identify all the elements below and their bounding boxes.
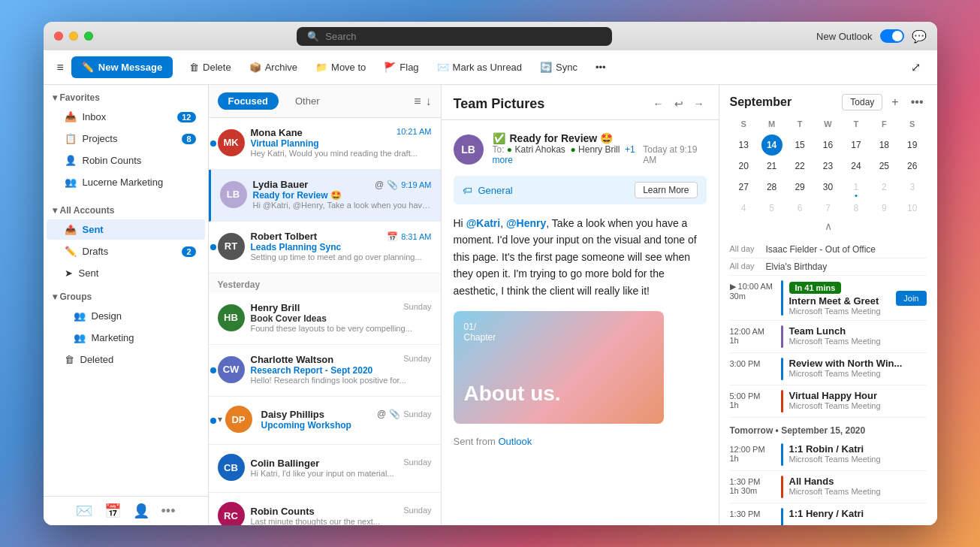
cal-day-5[interactable]: 5 [761,198,782,219]
sidebar-item-inbox[interactable]: 📥 Inbox 12 [47,107,205,127]
mail-tab-button[interactable]: ✉️ [76,503,92,519]
sync-button[interactable]: 🔄 Sync [532,57,585,77]
mark-unread-button[interactable]: ✉️ Mark as Unread [430,57,529,77]
avatar-robert: RT [218,233,245,260]
avatar-mona: MK [218,129,245,156]
cal-day-16[interactable]: 16 [817,134,838,156]
email-item-robert[interactable]: RT Robert Tolbert 📅 8:31 AM Leads Planni… [209,222,441,274]
search-input[interactable]: Search [325,31,356,42]
sidebar-item-sent[interactable]: 📤 Sent [47,219,205,240]
nav-reply-button[interactable]: ↩ [672,95,686,112]
minimize-button[interactable] [69,32,78,41]
cal-day-24[interactable]: 24 [846,156,867,177]
email-item-robin[interactable]: RC Robin Counts Sunday Last minute thoug… [209,493,441,525]
today-button[interactable]: Today [842,94,882,110]
sender-avatar: LB [454,134,484,165]
cal-day-25[interactable]: 25 [873,156,894,177]
yesterday-separator: Yesterday [209,274,441,293]
email-from-detail: ✅ Ready for Review 🤩 To: ● Katri Ahokas … [493,132,707,167]
cal-day-7[interactable]: 7 [817,198,838,219]
calendar-more-button[interactable]: ••• [908,94,927,110]
cal-day-26[interactable]: 26 [902,156,923,177]
favorites-header[interactable]: ▾ Favorites [44,85,208,106]
event-henry-katri[interactable]: 1:30 PM 1:1 Henry / Katri [730,503,927,525]
new-message-button[interactable]: ✏️ New Message [71,56,173,78]
cal-day-17[interactable]: 17 [846,134,867,156]
cal-expand[interactable]: ∧ [730,219,927,235]
sidebar-item-robin[interactable]: 👤 Robin Counts [47,150,205,171]
email-item-colin[interactable]: CB Colin Ballinger Sunday Hi Katri, I'd … [209,445,441,493]
calendar-tab-button[interactable]: 📅 [104,503,121,519]
event-happy-hour[interactable]: 5:00 PM 1h Virtual Happy Hour Microsoft … [730,385,927,418]
event-time-lunch: 12:00 AM 1h [730,325,775,345]
cal-day-19[interactable]: 19 [902,134,923,156]
hamburger-button[interactable]: ≡ [53,56,68,79]
event-all-hands[interactable]: 1:30 PM 1h 30m All Hands Microsoft Teams… [730,471,927,503]
reading-nav: ← ↩ → [651,95,707,112]
add-event-button[interactable]: + [888,94,901,110]
cal-day-13[interactable]: 13 [733,134,754,156]
cal-day-2-oct[interactable]: 2 [873,177,894,198]
email-item-charlotte[interactable]: CW Charlotte Waltson Sunday Research Rep… [209,345,441,397]
sync-icon: 🔄 [540,62,552,73]
sidebar-item-marketing[interactable]: 👥 Marketing [47,328,205,348]
sidebar-item-deleted[interactable]: 🗑 Deleted [47,349,205,370]
cal-day-29[interactable]: 29 [789,177,810,198]
email-item-lydia[interactable]: LB Lydia Bauer @ 📎 9:19 AM Ready for R [209,170,441,222]
archive-button[interactable]: 📦 Archive [242,57,305,77]
sidebar-item-lucerne[interactable]: 👥 Lucerne Marketing [47,172,205,192]
flag-button[interactable]: 🚩 Flag [376,57,426,77]
other-tab[interactable]: Other [285,92,330,110]
move-to-button[interactable]: 📁 Move to [308,57,373,77]
delete-button[interactable]: 🗑 Delete [182,57,239,77]
people-tab-button[interactable]: 👤 [133,503,149,519]
cal-day-4[interactable]: 4 [733,198,754,219]
groups-header[interactable]: ▾ Groups [44,284,208,305]
sidebar-item-design[interactable]: 👥 Design [47,306,205,326]
cal-day-30[interactable]: 30 [817,177,838,198]
cal-day-27[interactable]: 27 [733,177,754,198]
new-outlook-toggle[interactable] [880,29,904,43]
filter-icon[interactable]: ≡ [414,95,421,108]
event-robin-katri[interactable]: 12:00 PM 1h 1:1 Robin / Katri Microsoft … [730,439,927,471]
sidebar-item-drafts[interactable]: ✏️ Drafts 2 [47,241,205,261]
cal-day-10[interactable]: 10 [902,198,923,219]
cal-day-21[interactable]: 21 [761,156,782,177]
cal-day-28[interactable]: 28 [761,177,782,198]
join-button[interactable]: Join [896,291,926,306]
cal-day-8[interactable]: 8 [846,198,867,219]
event-intern[interactable]: ▶ 10:00 AM 30m In 41 mins Intern Meet & … [730,276,927,321]
more-tab-button[interactable]: ••• [161,503,176,519]
all-accounts-header[interactable]: ▾ All Accounts [44,198,208,219]
cal-day-3-oct[interactable]: 3 [902,177,923,198]
email-item-henry[interactable]: HB Henry Brill Sunday Book Cover Ideas F… [209,293,441,345]
cal-day-15[interactable]: 15 [789,134,810,156]
nav-forward-button[interactable]: → [692,95,707,112]
cal-day-14[interactable]: 14 [761,134,782,156]
nav-back-button[interactable]: ← [651,95,666,112]
email-item-mona[interactable]: MK Mona Kane 10:21 AM Virtual Planning H… [209,118,441,170]
outlook-link[interactable]: Outlook [498,436,532,447]
cal-day-18[interactable]: 18 [873,134,894,156]
maximize-button[interactable] [84,32,93,41]
cal-day-6[interactable]: 6 [789,198,810,219]
cal-day-20[interactable]: 20 [733,156,754,177]
all-day-event-elvia: All day Elvia's Birthday [730,258,927,276]
notification-icon[interactable]: 💬 [912,29,927,44]
sort-icon[interactable]: ↓ [426,95,432,108]
event-lunch[interactable]: 12:00 AM 1h Team Lunch Microsoft Teams M… [730,321,927,353]
cal-day-23[interactable]: 23 [817,156,838,177]
learn-more-button[interactable]: Learn More [635,182,697,198]
cal-day-9[interactable]: 9 [873,198,894,219]
cal-day-1-oct[interactable]: 1 [846,177,867,198]
cal-day-22[interactable]: 22 [789,156,810,177]
sidebar-item-projects[interactable]: 📋 Projects 8 [47,128,205,149]
email-item-daisy[interactable]: ▾ DP Daisy Phillips @ 📎 Sunday [209,397,441,445]
expand-button[interactable]: ⤢ [903,56,928,79]
archive-icon: 📦 [249,62,261,73]
close-button[interactable] [54,32,63,41]
event-review[interactable]: 3:00 PM Review with North Win... Microso… [730,353,927,385]
focused-tab[interactable]: Focused [218,92,279,110]
sidebar-item-sent2[interactable]: ➤ Sent [47,263,205,283]
more-button[interactable]: ••• [588,57,614,77]
